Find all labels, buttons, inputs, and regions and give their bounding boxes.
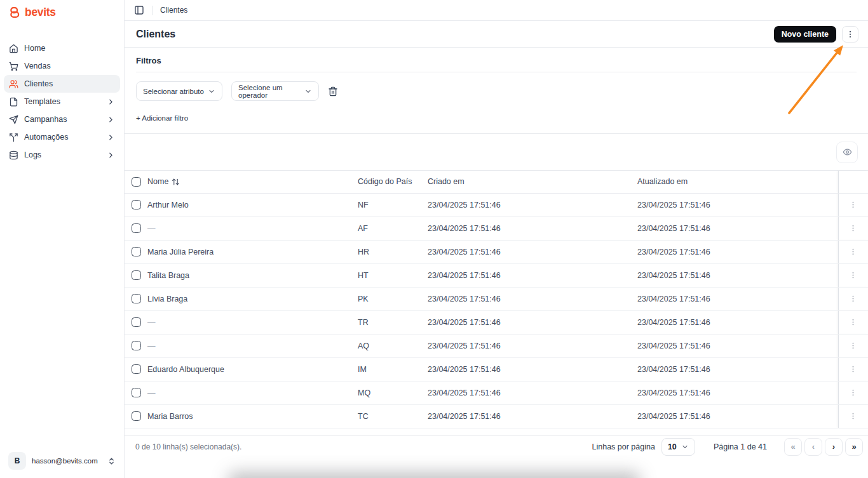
sidebar-item-campanhas[interactable]: Campanhas: [4, 110, 120, 128]
row-checkbox[interactable]: [132, 247, 141, 256]
sidebar-item-automacoes[interactable]: Automações: [4, 128, 120, 146]
add-filter-button[interactable]: + Adicionar filtro: [136, 114, 188, 122]
chevron-right-icon: [107, 133, 115, 142]
first-page-button[interactable]: «: [784, 438, 802, 456]
cell-criado: 23/04/2025 17:51:46: [428, 357, 637, 381]
app-window: bevits HomeVendasClientesTemplatesCampan…: [0, 0, 868, 478]
cell-pais: HT: [358, 263, 428, 287]
row-checkbox[interactable]: [132, 411, 141, 421]
cell-atualizado: 23/04/2025 17:51:46: [637, 357, 838, 381]
next-page-button[interactable]: ›: [825, 438, 843, 456]
filters-title: Filtros: [136, 56, 857, 65]
new-client-button[interactable]: Novo cliente: [774, 26, 836, 43]
row-actions-button[interactable]: [846, 198, 860, 212]
column-visibility-button[interactable]: [836, 142, 858, 163]
operator-select[interactable]: Selecione um operador: [231, 81, 319, 101]
rows-per-page-label: Linhas por página: [592, 442, 655, 451]
chevrons-up-down-icon: [107, 457, 116, 465]
clients-table: Nome Código do País Criado em Atualizado…: [125, 171, 868, 428]
table-row: Eduardo AlbuquerqueIM23/04/2025 17:51:46…: [125, 357, 868, 381]
cell-criado: 23/04/2025 17:51:46: [428, 287, 637, 310]
kebab-icon: [849, 342, 857, 350]
filters-row: Selecionar atributo Selecione um operado…: [136, 81, 857, 101]
attribute-select[interactable]: Selecionar atributo: [136, 81, 222, 101]
send-icon: [9, 115, 18, 124]
cell-atualizado: 23/04/2025 17:51:46: [637, 193, 838, 216]
kebab-icon: [846, 30, 855, 39]
kebab-icon: [849, 412, 857, 420]
database-icon: [9, 150, 18, 160]
sidebar-item-vendas[interactable]: Vendas: [4, 57, 120, 75]
column-header-nome[interactable]: Nome: [147, 177, 358, 186]
chevron-right-icon: [107, 151, 115, 159]
row-actions-button[interactable]: [846, 386, 860, 400]
sidebar: bevits HomeVendasClientesTemplatesCampan…: [0, 0, 125, 478]
row-actions-button[interactable]: [846, 292, 860, 306]
chevron-down-icon: [208, 88, 215, 95]
bevits-logo-icon: [8, 6, 22, 19]
cell-nome: —: [147, 381, 358, 404]
page-title: Clientes: [136, 29, 175, 40]
cell-criado: 23/04/2025 17:51:46: [428, 310, 637, 334]
cell-pais: TR: [358, 310, 428, 334]
select-all-checkbox[interactable]: [132, 177, 141, 187]
sidebar-item-templates[interactable]: Templates: [4, 93, 120, 110]
trash-icon: [328, 86, 338, 96]
users-icon: [9, 79, 18, 89]
row-actions-button[interactable]: [846, 339, 860, 353]
sidebar-item-logs[interactable]: Logs: [4, 146, 120, 164]
filters-divider: [136, 72, 857, 72]
chevron-down-icon: [681, 443, 689, 451]
row-actions-button[interactable]: [846, 245, 860, 259]
remove-filter-button[interactable]: [328, 86, 338, 96]
cell-criado: 23/04/2025 17:51:46: [428, 193, 637, 216]
sidebar-item-label: Home: [24, 44, 45, 53]
sidebar-item-clientes[interactable]: Clientes: [4, 75, 120, 93]
sidebar-item-home[interactable]: Home: [4, 39, 120, 57]
cell-nome: Talita Braga: [147, 263, 358, 287]
page-kebab-button[interactable]: [842, 26, 858, 43]
row-checkbox[interactable]: [132, 223, 141, 233]
row-checkbox[interactable]: [132, 341, 141, 350]
cell-atualizado: 23/04/2025 17:51:46: [637, 381, 838, 404]
row-checkbox[interactable]: [132, 364, 141, 374]
row-checkbox[interactable]: [132, 388, 141, 397]
cell-atualizado: 23/04/2025 17:51:46: [637, 287, 838, 310]
row-actions-button[interactable]: [846, 362, 860, 376]
row-actions-button[interactable]: [846, 222, 860, 236]
row-checkbox[interactable]: [132, 270, 141, 280]
cell-atualizado: 23/04/2025 17:51:46: [637, 216, 838, 240]
table-row: Lívia BragaPK23/04/2025 17:51:4623/04/20…: [125, 287, 868, 310]
sidebar-item-label: Campanhas: [24, 115, 67, 124]
table-header-row: Nome Código do País Criado em Atualizado…: [125, 171, 868, 193]
cell-pais: AQ: [358, 334, 428, 357]
sidebar-toggle-icon[interactable]: [134, 5, 144, 15]
user-email: hasson@bevits.com: [32, 457, 98, 465]
cell-pais: IM: [358, 357, 428, 381]
prev-page-button[interactable]: ‹: [804, 438, 822, 456]
row-actions-button[interactable]: [846, 315, 860, 329]
cell-nome: —: [147, 216, 358, 240]
chevron-right-icon: [107, 116, 115, 124]
header-actions: Novo cliente: [774, 26, 858, 43]
table-row: —TR23/04/2025 17:51:4623/04/2025 17:51:4…: [125, 310, 868, 334]
cell-criado: 23/04/2025 17:51:46: [428, 404, 637, 428]
cell-atualizado: 23/04/2025 17:51:46: [637, 240, 838, 263]
kebab-icon: [849, 248, 857, 256]
last-page-button[interactable]: »: [845, 438, 863, 456]
row-checkbox[interactable]: [132, 317, 141, 327]
row-checkbox[interactable]: [132, 294, 141, 303]
sidebar-item-label: Templates: [24, 97, 60, 106]
brand-name: bevits: [25, 6, 56, 19]
cell-nome: Maria Júlia Pereira: [147, 240, 358, 263]
row-actions-button[interactable]: [846, 269, 860, 282]
table-row: Talita BragaHT23/04/2025 17:51:4623/04/2…: [125, 263, 868, 287]
rows-per-page-select[interactable]: 10: [661, 438, 695, 456]
cell-nome: Maria Barros: [147, 404, 358, 428]
row-actions-button[interactable]: [846, 409, 860, 423]
table-toolbar: [125, 134, 868, 171]
row-checkbox[interactable]: [132, 200, 141, 209]
user-menu[interactable]: B hasson@bevits.com: [5, 449, 119, 473]
selection-count: 0 de 10 linha(s) selecionada(s).: [135, 442, 241, 451]
eye-icon: [843, 147, 852, 157]
